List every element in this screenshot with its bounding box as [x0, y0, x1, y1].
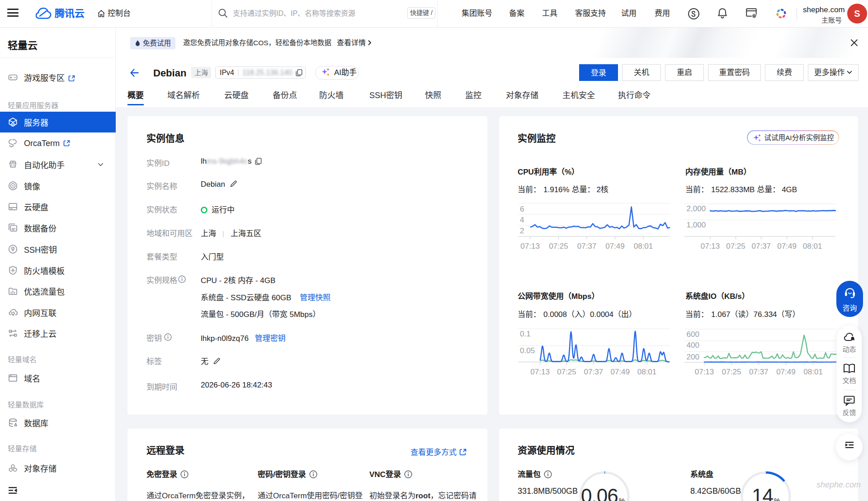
svg-text:08:01: 08:01	[803, 242, 822, 250]
svg-text:07:37: 07:37	[752, 242, 771, 250]
svg-text:07:25: 07:25	[726, 242, 745, 250]
svg-text:07:49: 07:49	[605, 242, 625, 250]
svg-text:07:13: 07:13	[520, 242, 540, 250]
svg-text:0.05: 0.05	[520, 346, 535, 355]
svg-text:07:49: 07:49	[777, 242, 797, 250]
svg-text:08:01: 08:01	[637, 368, 657, 376]
svg-text:07:49: 07:49	[776, 368, 796, 376]
svg-text:1,000: 1,000	[687, 221, 706, 229]
svg-text:07:49: 07:49	[610, 368, 630, 376]
svg-text:2: 2	[520, 227, 524, 235]
svg-text:600: 600	[687, 330, 699, 339]
svg-text:07:13: 07:13	[701, 242, 720, 250]
svg-text:07:25: 07:25	[722, 368, 741, 376]
svg-text:07:37: 07:37	[584, 368, 604, 376]
svg-text:07:13: 07:13	[530, 368, 550, 376]
svg-text:400: 400	[687, 341, 699, 350]
svg-text:07:37: 07:37	[749, 368, 769, 376]
svg-text:08:01: 08:01	[803, 368, 823, 376]
svg-text:08:01: 08:01	[634, 242, 653, 250]
svg-text:07:13: 07:13	[695, 368, 714, 376]
svg-text:07:25: 07:25	[557, 368, 576, 376]
svg-text:6: 6	[520, 205, 524, 213]
svg-text:07:37: 07:37	[577, 242, 597, 250]
svg-text:2,000: 2,000	[687, 204, 706, 213]
svg-text:07:25: 07:25	[549, 242, 568, 250]
svg-text:200: 200	[687, 353, 699, 361]
svg-text:4: 4	[520, 216, 524, 224]
svg-text:0.1: 0.1	[520, 330, 531, 338]
